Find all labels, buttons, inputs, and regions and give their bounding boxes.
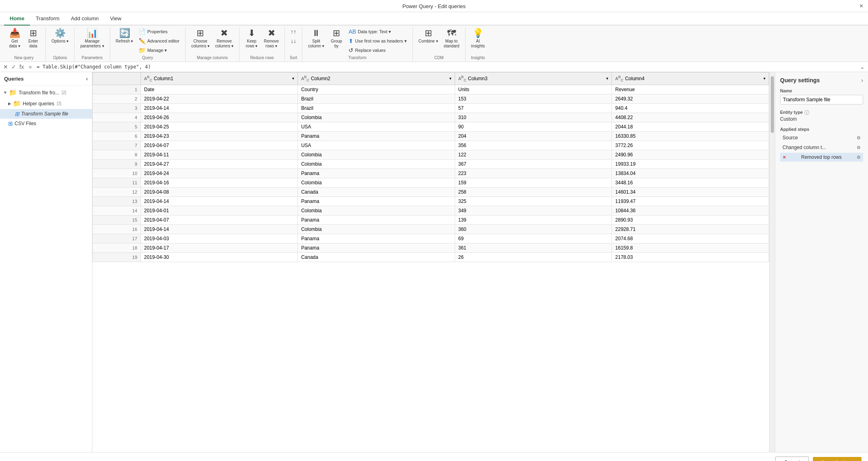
- insights-group-label: Insights: [469, 55, 487, 62]
- step-removed-top-rows[interactable]: ✕ Removed top rows ⚙: [780, 153, 863, 162]
- map-to-standard-button[interactable]: 🗺 Map tostandard: [441, 27, 462, 50]
- cell-col1: 2019-04-07: [141, 215, 298, 224]
- step-removed-top-rows-actions: ⚙: [857, 155, 861, 160]
- col3-filter-icon[interactable]: ▾: [606, 76, 608, 81]
- table-row[interactable]: 3 2019-04-14 Brazil 57 940.4: [93, 103, 769, 113]
- use-first-row-button[interactable]: ⬆ Use first row as headers ▾: [346, 36, 409, 45]
- group-by-button[interactable]: ⊞ Groupby: [327, 27, 345, 50]
- table-row[interactable]: 13 2019-04-14 Panama 325 11939.47: [93, 196, 769, 206]
- table-row[interactable]: 4 2019-04-26 Colombia 310 4408.22: [93, 113, 769, 122]
- formula-cancel-icon[interactable]: ✕: [3, 64, 8, 70]
- split-column-button[interactable]: ⏸ Splitcolumn ▾: [306, 27, 327, 50]
- formula-input[interactable]: [36, 64, 857, 70]
- refresh-button[interactable]: 🔄 Refresh ▾: [113, 27, 136, 45]
- table-row[interactable]: 7 2019-04-07 USA 356 3772.26: [93, 141, 769, 150]
- split-column-icon: ⏸: [312, 29, 321, 38]
- settings-expand-button[interactable]: ›: [861, 77, 863, 83]
- cell-col3: 360: [455, 224, 612, 234]
- formula-confirm-icon[interactable]: ✓: [11, 64, 16, 70]
- table-row[interactable]: 12 2019-04-08 Canada 258 14601.34: [93, 187, 769, 196]
- step-source[interactable]: Source ⚙: [780, 133, 863, 142]
- folder-helper-icon: 📁: [13, 100, 21, 107]
- table-row[interactable]: 11 2019-04-16 Colombia 159 3448.16: [93, 178, 769, 187]
- cell-col4: 4408.22: [612, 113, 769, 122]
- step-changed-column-label: Changed column t...: [782, 145, 826, 150]
- cell-col4: 3772.26: [612, 141, 769, 150]
- sort-desc-button[interactable]: ↓↓: [288, 36, 299, 45]
- sort-asc-button[interactable]: ↑↑: [288, 27, 299, 36]
- step-changed-column[interactable]: Changed column t... ⚙: [780, 143, 863, 152]
- table-row[interactable]: 16 2019-04-14 Colombia 360 22928.71: [93, 224, 769, 234]
- col4-filter-icon[interactable]: ▾: [763, 76, 765, 81]
- cell-col4: 940.4: [612, 103, 769, 113]
- queries-collapse-button[interactable]: ‹: [86, 75, 88, 82]
- step-remove-icon[interactable]: ✕: [782, 155, 786, 160]
- manage-parameters-button[interactable]: 📊 Manageparameters ▾: [78, 27, 106, 50]
- col2-filter-icon[interactable]: ▾: [449, 76, 451, 81]
- settings-title: Query settings: [780, 77, 820, 83]
- save-close-button[interactable]: Save & close: [813, 457, 862, 461]
- cell-col2: Panama: [298, 196, 455, 206]
- grid-scroll-wrapper: ABC Column1 ▾ ABC Column2 ▾: [92, 72, 775, 452]
- options-button[interactable]: ⚙️ Options ▾: [49, 27, 71, 45]
- options-label: Options ▾: [51, 39, 68, 44]
- data-type-button[interactable]: AB Data type: Text ▾: [346, 27, 409, 36]
- table-row[interactable]: 1 Date Country Units Revenue: [93, 85, 769, 94]
- step-source-settings-icon[interactable]: ⚙: [857, 135, 861, 141]
- col-header-1[interactable]: ABC Column1 ▾: [141, 73, 298, 85]
- choose-columns-button[interactable]: ⊞ Choosecolumns ▾: [189, 27, 212, 50]
- cancel-button[interactable]: Cancel: [775, 457, 808, 461]
- tree-item-transform-file[interactable]: ▼ 📁 Transform file fro... [2]: [0, 87, 92, 98]
- table-row[interactable]: 5 2019-04-25 USA 90 2044.18: [93, 122, 769, 131]
- col-header-4[interactable]: ABC Column4 ▾: [612, 73, 769, 85]
- table-row[interactable]: 2 2019-04-22 Brazil 153 2649.32: [93, 94, 769, 103]
- close-button[interactable]: ×: [859, 2, 863, 10]
- scrollbar-thumb[interactable]: [771, 76, 774, 133]
- advanced-editor-button[interactable]: ✏️ Advanced editor: [136, 36, 182, 45]
- get-data-button[interactable]: 📥 Getdata ▾: [6, 27, 24, 50]
- advanced-editor-icon: ✏️: [139, 38, 145, 44]
- tree-item-transform-sample-file[interactable]: ⊞ Transform Sample file: [0, 109, 92, 119]
- cell-col3: 361: [455, 243, 612, 252]
- table-row[interactable]: 8 2019-04-11 Colombia 122 2490.96: [93, 150, 769, 159]
- table-row[interactable]: 19 2019-04-30 Canada 26 2178.03: [93, 252, 769, 262]
- entity-type-info-icon[interactable]: ⓘ: [804, 109, 809, 116]
- tab-view[interactable]: View: [105, 12, 127, 26]
- remove-columns-button[interactable]: ✖ Removecolumns ▾: [213, 27, 236, 50]
- vertical-scrollbar[interactable]: [769, 72, 775, 452]
- cell-col4: 16330.85: [612, 131, 769, 141]
- step-changed-column-actions: ⚙: [857, 145, 861, 150]
- col-header-3[interactable]: ABC Column3 ▾: [455, 73, 612, 85]
- tab-home[interactable]: Home: [4, 12, 30, 26]
- tree-item-helper-queries[interactable]: ▶ 📁 Helper queries [3]: [0, 98, 92, 109]
- cell-col2: Colombia: [298, 159, 455, 169]
- query-small-buttons: 📄 Properties ✏️ Advanced editor 📁 Manage…: [136, 27, 182, 55]
- data-grid[interactable]: ABC Column1 ▾ ABC Column2 ▾: [92, 72, 769, 452]
- table-row[interactable]: 18 2019-04-17 Panama 361 16159.8: [93, 243, 769, 252]
- combine-button[interactable]: ⊞ Combine ▾: [416, 27, 440, 45]
- ai-insights-button[interactable]: 💡 AIinsights: [469, 27, 487, 50]
- data-type-label: Data type: Text ▾: [358, 29, 391, 34]
- remove-rows-button[interactable]: ✖ Removerows ▾: [261, 27, 281, 50]
- table-row[interactable]: 9 2019-04-27 Colombia 367 19933.19: [93, 159, 769, 169]
- table-row[interactable]: 15 2019-04-07 Panama 139 2890.93: [93, 215, 769, 224]
- col1-filter-icon[interactable]: ▾: [292, 76, 294, 81]
- col-header-2[interactable]: ABC Column2 ▾: [298, 73, 455, 85]
- properties-button[interactable]: 📄 Properties: [136, 27, 182, 36]
- tree-item-csv-files[interactable]: ⊞ CSV Files: [0, 119, 92, 128]
- keep-rows-button[interactable]: ⬇ Keeprows ▾: [243, 27, 261, 50]
- replace-values-button[interactable]: ↺ Replace values: [346, 46, 409, 55]
- enter-data-button[interactable]: ⊞ Enterdata: [24, 27, 42, 50]
- formula-expand-icon[interactable]: ⌄: [860, 64, 865, 70]
- settings-name-input[interactable]: [780, 95, 863, 105]
- table-row[interactable]: 14 2019-04-01 Colombia 349 10844.36: [93, 206, 769, 215]
- table-row[interactable]: 17 2019-04-03 Panama 69 2074.68: [93, 234, 769, 243]
- tab-add-column[interactable]: Add column: [65, 12, 105, 26]
- manage-button[interactable]: 📁 Manage ▾: [136, 46, 182, 55]
- table-row[interactable]: 6 2019-04-23 Panama 204 16330.85: [93, 131, 769, 141]
- tab-transform[interactable]: Transform: [30, 12, 65, 26]
- table-row[interactable]: 10 2019-04-24 Panama 223 13834.04: [93, 169, 769, 178]
- step-removed-settings-icon[interactable]: ⚙: [857, 155, 861, 160]
- step-changed-settings-icon[interactable]: ⚙: [857, 145, 861, 150]
- formula-function-icon[interactable]: fx: [19, 64, 24, 70]
